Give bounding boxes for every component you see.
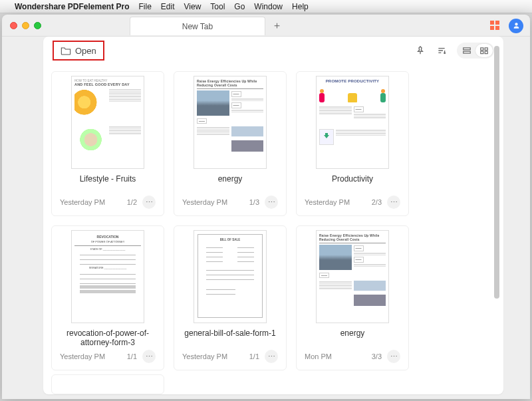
file-title: Productivity (332, 174, 373, 193)
more-button[interactable]: ⋯ (142, 196, 156, 209)
file-date: Yesterday PM (182, 198, 227, 206)
menu-go[interactable]: Go (234, 2, 245, 11)
close-button[interactable] (10, 22, 17, 29)
grid-view-button[interactable] (475, 44, 493, 57)
file-pages: 1/1 (127, 352, 137, 360)
window-controls (2, 22, 41, 29)
file-card[interactable]: Raise Energy Efficiencies Up While Reduc… (296, 225, 409, 370)
open-button[interactable]: Open (53, 41, 104, 61)
file-thumbnail: REVOCATION OF POWER OF ATTORNEY STATE OF… (71, 230, 144, 323)
tab-new[interactable]: New Tab (130, 17, 265, 35)
menu-help[interactable]: Help (292, 2, 309, 11)
file-meta: Mon PM3/3⋯ (301, 347, 404, 367)
svg-rect-0 (464, 48, 471, 50)
file-thumbnail: PROMOTE PRODUCTIVITY —— (316, 76, 389, 169)
file-card[interactable]: REVOCATION OF POWER OF ATTORNEY STATE OF… (51, 225, 164, 370)
file-pages: 3/3 (372, 352, 382, 360)
apps-icon[interactable] (490, 21, 501, 31)
file-thumbnail: HOW TO EAT HEALTHY AND FEEL GOOD EVERY D… (71, 76, 144, 169)
file-title: revocation-of-power-of-attorney-form-3 (56, 329, 160, 347)
user-avatar[interactable] (509, 19, 523, 33)
menu-file[interactable]: File (139, 2, 152, 11)
pin-icon[interactable] (414, 45, 426, 57)
file-pages: 1/3 (249, 198, 259, 206)
file-date: Mon PM (305, 352, 332, 360)
maximize-button[interactable] (34, 22, 41, 29)
file-title: general-bill-of-sale-form-1 (184, 329, 275, 347)
titlebar: New Tab ＋ (2, 15, 530, 37)
svg-rect-2 (481, 48, 483, 51)
file-card[interactable]: BILL OF SALE general-bill-of-sale-form-1… (174, 225, 287, 370)
file-title: Lifestyle - Fruits (80, 174, 136, 193)
file-grid: HOW TO EAT HEALTHY AND FEEL GOOD EVERY D… (51, 71, 491, 388)
file-meta: Yesterday PM1/2⋯ (56, 193, 160, 213)
open-button-label: Open (75, 46, 96, 56)
file-date: Yesterday PM (60, 198, 105, 206)
file-date: Yesterday PM (60, 352, 105, 360)
file-thumbnail: BILL OF SALE (194, 230, 267, 323)
file-title: energy (340, 329, 365, 347)
file-pages: 2/3 (372, 198, 382, 206)
svg-rect-5 (485, 51, 487, 54)
minimize-button[interactable] (22, 22, 29, 29)
sort-icon[interactable] (436, 45, 448, 57)
file-meta: Yesterday PM2/3⋯ (301, 193, 404, 213)
file-card[interactable]: Raise Energy Efficiencies Up While Reduc… (174, 71, 287, 216)
app-name[interactable]: Wondershare PDFelement Pro (15, 2, 130, 11)
list-view-button[interactable] (458, 44, 475, 57)
file-meta: Yesterday PM1/1⋯ (56, 347, 160, 367)
more-button[interactable]: ⋯ (387, 196, 400, 209)
file-meta: Yesterday PM1/1⋯ (178, 347, 282, 367)
content-area: Open (2, 37, 530, 399)
file-thumbnail: Raise Energy Efficiencies Up While Reduc… (194, 76, 267, 169)
more-button[interactable]: ⋯ (142, 350, 156, 363)
scroll-thumb[interactable] (494, 46, 499, 299)
file-meta: Yesterday PM1/3⋯ (178, 193, 282, 213)
more-button[interactable]: ⋯ (387, 350, 400, 363)
svg-rect-3 (485, 48, 487, 51)
tab-label: New Tab (182, 22, 213, 31)
menu-edit[interactable]: Edit (161, 2, 175, 11)
menu-tool[interactable]: Tool (210, 2, 225, 11)
app-window: New Tab ＋ Open (2, 15, 530, 399)
new-tab-button[interactable]: ＋ (267, 15, 287, 37)
file-pages: 1/1 (249, 352, 259, 360)
file-title: energy (218, 174, 243, 193)
more-button[interactable]: ⋯ (265, 350, 278, 363)
file-thumbnail: Raise Energy Efficiencies Up While Reduc… (316, 230, 389, 323)
svg-rect-1 (464, 51, 471, 53)
svg-rect-4 (481, 51, 483, 54)
file-pages: 1/2 (127, 198, 137, 206)
mac-menubar: Wondershare PDFelement Pro File Edit Vie… (0, 0, 532, 13)
file-card-stub[interactable] (51, 374, 164, 394)
file-date: Yesterday PM (305, 198, 350, 206)
view-toggle (457, 43, 494, 59)
home-panel: Open (43, 37, 503, 394)
file-card[interactable]: HOW TO EAT HEALTHY AND FEEL GOOD EVERY D… (51, 71, 164, 216)
more-button[interactable]: ⋯ (265, 196, 278, 209)
menu-window[interactable]: Window (254, 2, 283, 11)
file-card[interactable]: PROMOTE PRODUCTIVITY —— ProductivityYest… (296, 71, 409, 216)
file-date: Yesterday PM (182, 352, 227, 360)
menu-view[interactable]: View (184, 2, 201, 11)
scrollbar[interactable] (494, 46, 499, 372)
